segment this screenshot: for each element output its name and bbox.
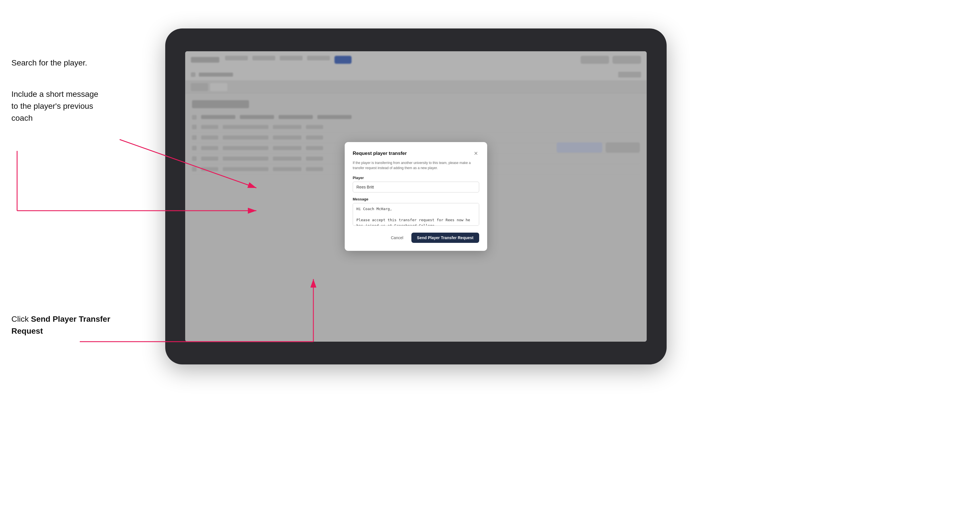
tablet-screen: Request player transfer ✕ If the player … [185,51,647,342]
tablet-device: Request player transfer ✕ If the player … [165,29,667,364]
modal-header: Request player transfer ✕ [353,150,479,157]
player-field-label: Player [353,176,479,180]
modal-title: Request player transfer [353,151,407,156]
annotation-search: Search for the player. [11,57,120,69]
modal-description: If the player is transferring from anoth… [353,160,479,171]
annotation-click: Click Send Player Transfer Request [11,313,120,337]
player-search-input[interactable] [353,182,479,192]
message-textarea[interactable]: Hi Coach McHarg, Please accept this tran… [353,203,479,226]
send-transfer-button[interactable]: Send Player Transfer Request [411,233,479,243]
modal-overlay: Request player transfer ✕ If the player … [185,51,647,342]
request-transfer-modal: Request player transfer ✕ If the player … [345,142,487,251]
modal-footer: Cancel Send Player Transfer Request [353,233,479,243]
modal-close-button[interactable]: ✕ [473,150,479,157]
message-field-label: Message [353,197,479,201]
annotation-message: Include a short messageto the player's p… [11,88,120,124]
cancel-button[interactable]: Cancel [386,233,408,242]
